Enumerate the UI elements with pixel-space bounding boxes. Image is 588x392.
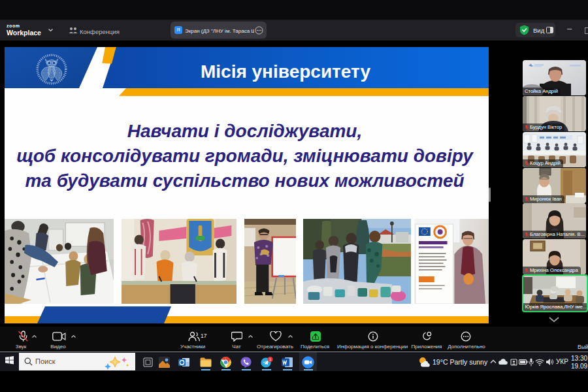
- svg-text:1: 1: [269, 357, 271, 361]
